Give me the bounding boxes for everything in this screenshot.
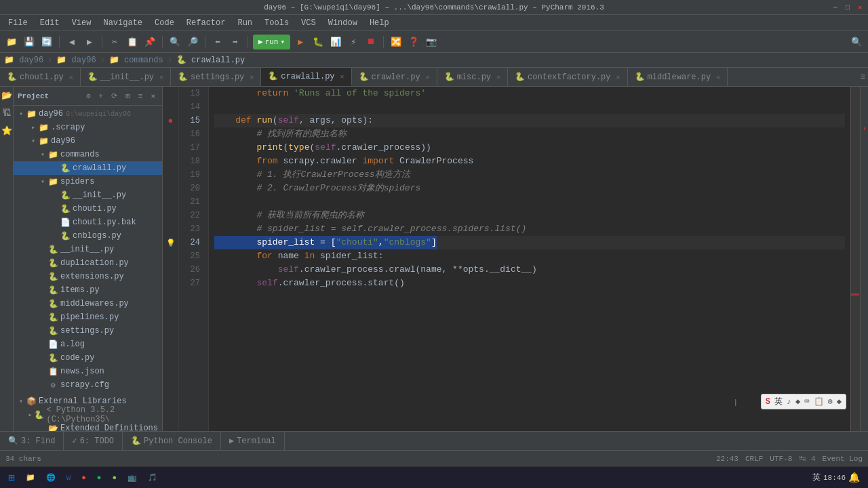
tree-newsjson[interactable]: 📋 news.json: [14, 365, 162, 378]
ime-moon-icon[interactable]: ◆: [795, 396, 800, 407]
breadcrumb-day96-1[interactable]: 📁 day96: [4, 55, 43, 65]
run-button[interactable]: ▶ run ▾: [253, 35, 290, 49]
breadcrumb-crawlall[interactable]: 🐍 crawlall.py: [176, 55, 245, 65]
menu-help[interactable]: Help: [364, 16, 395, 30]
ime-lang-label[interactable]: 英: [774, 396, 783, 407]
tab-middleware[interactable]: 🐍 middleware.py ✕: [628, 68, 728, 86]
taskbar-app5[interactable]: 🎵: [142, 469, 163, 487]
tree-python352[interactable]: ▸ 🐍 < Python 3.5.2 (C:\Python35\: [14, 408, 162, 422]
minimize-button[interactable]: ─: [830, 2, 841, 13]
search-icon[interactable]: 🔍: [167, 35, 182, 49]
tree-extensions[interactable]: 🐍 extensions.py: [14, 270, 162, 283]
tab-misc-close[interactable]: ✕: [496, 73, 500, 81]
tab-python-console[interactable]: 🐍 Python Console: [123, 432, 221, 450]
tab-terminal[interactable]: ▶ Terminal: [221, 432, 285, 450]
tree-commands[interactable]: ▾ 📁 commands: [14, 148, 162, 161]
sync-icon[interactable]: 🔄: [39, 35, 54, 49]
tree-pipelines[interactable]: 🐍 pipelines.py: [14, 310, 162, 324]
tab-chouti[interactable]: 🐍 chouti.py ✕: [0, 68, 81, 86]
tree-codepy[interactable]: 🐍 code.py: [14, 351, 162, 365]
vcs-icon[interactable]: 🔀: [389, 35, 403, 49]
notification-icon[interactable]: 🔔: [848, 472, 860, 483]
tab-settings[interactable]: 🐍 settings.py ✕: [171, 68, 261, 86]
start-button[interactable]: ⊞: [3, 469, 20, 487]
taskbar-browser[interactable]: 🌐: [41, 469, 61, 487]
open-folder-icon[interactable]: 📁: [4, 35, 19, 49]
nav-back-icon[interactable]: ⬅: [210, 35, 225, 49]
status-encoding[interactable]: UTF-8: [770, 455, 792, 463]
tab-init[interactable]: 🐍 __init__.py ✕: [81, 68, 171, 86]
right-scrollbar[interactable]: [850, 87, 860, 431]
ime-settings-icon[interactable]: ⚙: [828, 396, 833, 407]
forward-icon[interactable]: ▶: [82, 35, 97, 49]
tab-scroll-arrows[interactable]: ≡: [858, 68, 868, 86]
status-position[interactable]: 22:43: [716, 455, 738, 463]
tree-middlewares[interactable]: 🐍 middlewares.py: [14, 297, 162, 310]
maximize-button[interactable]: □: [842, 2, 853, 13]
tab-contextfactory[interactable]: 🐍 contextfactory.py ✕: [508, 68, 627, 86]
ime-clipboard-icon[interactable]: 📋: [814, 396, 824, 407]
tree-day96-sub[interactable]: ▾ 📁 day96: [14, 134, 162, 148]
gear-icon[interactable]: ⚙: [83, 90, 94, 102]
tree-ext-defs[interactable]: 📂 Extended Definitions: [14, 422, 162, 431]
tab-crawlall[interactable]: 🐍 crawlall.py ✕: [261, 68, 351, 86]
ime-music-icon[interactable]: ♪: [787, 397, 791, 407]
event-log[interactable]: Event Log: [823, 455, 863, 463]
tab-misc[interactable]: 🐍 misc.py ✕: [437, 68, 508, 86]
menu-navigate[interactable]: Navigate: [98, 16, 148, 30]
menu-file[interactable]: File: [3, 16, 33, 30]
project-icon[interactable]: 📂: [1, 89, 13, 102]
profile-icon[interactable]: ⚡: [346, 35, 361, 49]
camera-icon[interactable]: 📷: [424, 35, 439, 49]
run-dropdown-icon[interactable]: ▾: [280, 37, 285, 46]
copy-icon[interactable]: 📋: [125, 35, 140, 49]
taskbar-app4[interactable]: 📺: [122, 469, 142, 487]
tree-spiders-init[interactable]: 🐍 __init__.py: [14, 188, 162, 202]
debug-run-icon[interactable]: ▶: [293, 35, 308, 49]
close-button[interactable]: ✕: [854, 2, 865, 13]
plus-icon[interactable]: +: [96, 91, 106, 102]
search-everywhere-icon[interactable]: 🔍: [849, 35, 864, 49]
tab-settings-close[interactable]: ✕: [250, 73, 254, 81]
cut-icon[interactable]: ✂: [107, 35, 122, 49]
taskbar-word[interactable]: W: [61, 469, 77, 487]
menu-view[interactable]: View: [66, 16, 97, 30]
taskbar-app3[interactable]: ●: [106, 469, 122, 487]
tree-settings[interactable]: 🐍 settings.py: [14, 324, 162, 338]
tab-middleware-close[interactable]: ✕: [716, 73, 720, 81]
tab-crawler[interactable]: 🐍 crawler.py ✕: [352, 68, 437, 86]
debug-icon[interactable]: 🐛: [311, 35, 326, 49]
menu-edit[interactable]: Edit: [35, 16, 65, 30]
back-icon[interactable]: ◀: [64, 35, 79, 49]
tab-contextfactory-close[interactable]: ✕: [616, 73, 620, 81]
taskbar-explorer[interactable]: 📁: [20, 469, 41, 487]
menu-window[interactable]: Window: [323, 16, 363, 30]
tree-chouti-bak[interactable]: 📄 chouti.py.bak: [14, 216, 162, 229]
menu-tools[interactable]: Tools: [259, 16, 294, 30]
tree-crawlall[interactable]: 🐍 crawlall.py: [14, 161, 162, 175]
layout-icon[interactable]: ⊞: [123, 90, 133, 102]
tab-chouti-close[interactable]: ✕: [69, 73, 73, 81]
breadcrumb-day96-2[interactable]: 📁 day96: [56, 55, 96, 65]
stop-icon[interactable]: ⏹: [363, 35, 378, 49]
favorites-icon[interactable]: ⭐: [1, 125, 13, 137]
tree-chouti[interactable]: 🐍 chouti.py: [14, 202, 162, 216]
ime-keyboard-icon[interactable]: ⌨: [804, 396, 809, 407]
tree-day96-root[interactable]: ▾ 📁 day96 G:\wupeiqi\day96: [14, 107, 162, 121]
tab-todo[interactable]: ✓ 6: TODO: [64, 432, 123, 450]
tree-spiders[interactable]: ▾ 📁 spiders: [14, 175, 162, 188]
structure-icon[interactable]: 🏗: [1, 107, 13, 119]
tree-day96-init[interactable]: 🐍 __init__.py: [14, 243, 162, 256]
save-icon[interactable]: 💾: [22, 35, 37, 49]
tab-crawlall-close[interactable]: ✕: [340, 73, 344, 81]
ime-more-icon[interactable]: ◆: [837, 396, 842, 407]
tree-alog[interactable]: 📄 a.log: [14, 338, 162, 351]
ime-taskbar-label[interactable]: 英: [812, 472, 821, 483]
tab-init-close[interactable]: ✕: [159, 73, 163, 81]
menu-refactor[interactable]: Refactor: [181, 16, 231, 30]
tree-scrapy[interactable]: ▸ 📁 .scrapy: [14, 121, 162, 134]
menu-code[interactable]: Code: [149, 16, 180, 30]
find-icon[interactable]: 🔎: [185, 35, 200, 49]
coverage-icon[interactable]: 📊: [328, 35, 343, 49]
breadcrumb-commands[interactable]: 📁 commands: [109, 55, 163, 65]
